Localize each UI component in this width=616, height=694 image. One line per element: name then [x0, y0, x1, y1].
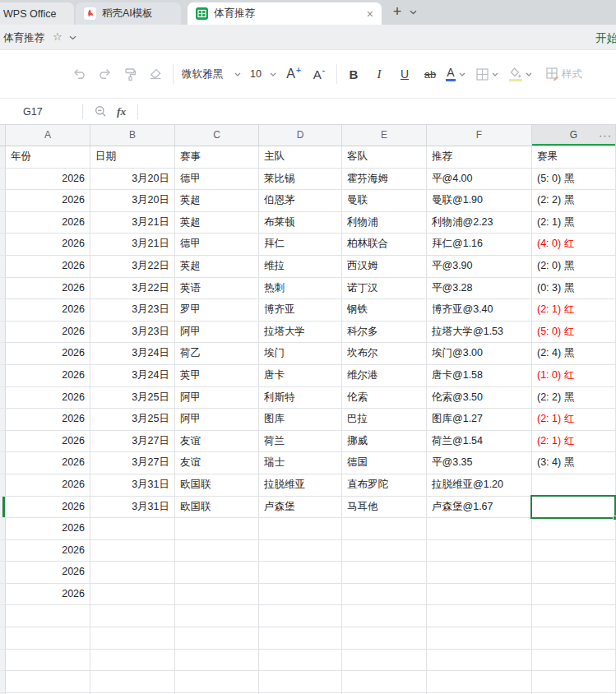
cell[interactable]: 坎布尔: [342, 343, 427, 365]
cell[interactable]: [90, 605, 175, 627]
cell[interactable]: 赛事: [175, 146, 259, 169]
column-header-D[interactable]: D: [259, 125, 342, 146]
cell[interactable]: 2026: [6, 518, 90, 540]
row-header-sliver[interactable]: [0, 584, 6, 606]
cell[interactable]: [532, 650, 616, 672]
cell[interactable]: 3月23日: [90, 299, 175, 322]
cell[interactable]: (2: 4) 黑: [532, 343, 616, 365]
cell[interactable]: 2026: [6, 431, 90, 453]
cell[interactable]: 图库: [259, 409, 342, 431]
cell[interactable]: [259, 605, 342, 627]
cell[interactable]: [259, 671, 342, 693]
cell[interactable]: [90, 562, 175, 584]
cell[interactable]: 日期: [90, 146, 175, 169]
cell[interactable]: 欧国联: [175, 497, 259, 519]
cell[interactable]: 荷乙: [175, 343, 259, 365]
column-header-E[interactable]: E: [342, 125, 427, 146]
cell[interactable]: 2026: [6, 562, 90, 584]
cell[interactable]: [6, 605, 90, 627]
cell[interactable]: 2026: [6, 409, 90, 431]
column-header-A[interactable]: A: [6, 125, 90, 146]
cell[interactable]: (2: 1) 红: [532, 409, 616, 431]
cell[interactable]: 德甲: [175, 169, 259, 191]
cell[interactable]: 2026: [6, 387, 90, 409]
cell[interactable]: 罗甲: [175, 299, 259, 322]
column-header-B[interactable]: B: [90, 125, 175, 146]
cell[interactable]: 热刺: [259, 278, 342, 300]
cell[interactable]: [342, 650, 427, 672]
fill-color-button[interactable]: [509, 62, 532, 86]
row-header-sliver[interactable]: [0, 452, 6, 474]
cell[interactable]: [6, 650, 90, 672]
cell[interactable]: 拉脱维亚@1.20: [427, 474, 532, 497]
cell[interactable]: [259, 540, 342, 562]
title-menu-chevron-icon[interactable]: [69, 35, 76, 40]
font-color-chevron-icon[interactable]: [459, 72, 465, 76]
cell[interactable]: 莱比锡: [259, 169, 342, 191]
row-header-sliver[interactable]: [0, 234, 6, 256]
cell[interactable]: [175, 605, 259, 627]
cell[interactable]: 友谊: [175, 452, 259, 474]
cell[interactable]: 英语: [175, 278, 259, 300]
cell[interactable]: [427, 627, 532, 650]
cell[interactable]: 2026: [6, 278, 90, 300]
tab-close-icon[interactable]: ×: [367, 8, 373, 20]
cell[interactable]: [342, 518, 427, 540]
cell[interactable]: [532, 584, 616, 606]
cell[interactable]: 平@3.35: [427, 452, 532, 474]
cell[interactable]: [532, 540, 616, 562]
tab-wps-office[interactable]: WPS Office: [0, 2, 74, 25]
cell[interactable]: 柏林联合: [342, 234, 427, 256]
cell[interactable]: 拜仁@1.16: [427, 234, 532, 256]
cell[interactable]: [532, 474, 616, 497]
cell[interactable]: 2026: [6, 256, 90, 278]
cell[interactable]: 3月20日: [90, 169, 175, 191]
cell[interactable]: [427, 518, 532, 540]
cell[interactable]: 钢铁: [342, 299, 427, 322]
cell[interactable]: (1: 0) 红: [532, 365, 616, 387]
cell[interactable]: 维拉: [259, 256, 342, 278]
cell[interactable]: [175, 650, 259, 672]
cell[interactable]: 3月22日: [90, 278, 175, 300]
fill-color-chevron-icon[interactable]: [526, 72, 532, 76]
cell[interactable]: 2026: [6, 584, 90, 606]
row-header-sliver[interactable]: [0, 169, 6, 191]
cell[interactable]: 荷兰: [259, 431, 342, 453]
row-header-sliver[interactable]: [0, 474, 6, 497]
row-header-sliver[interactable]: [0, 146, 6, 169]
cell[interactable]: [175, 584, 259, 606]
row-header-sliver[interactable]: [0, 278, 6, 300]
cell[interactable]: 伦索@3.50: [427, 387, 532, 409]
cell[interactable]: 推荐: [427, 146, 532, 169]
cell[interactable]: 拉塔大学@1.53: [427, 322, 532, 344]
cell[interactable]: [427, 671, 532, 693]
cell[interactable]: [90, 540, 175, 562]
row-header-sliver[interactable]: [0, 518, 6, 540]
cell[interactable]: 唐卡@1.58: [427, 365, 532, 387]
cell[interactable]: 3月20日: [90, 190, 175, 212]
cell[interactable]: 曼联: [342, 190, 427, 212]
cell[interactable]: (5: 0) 红: [532, 322, 616, 344]
row-header-sliver[interactable]: [0, 365, 6, 387]
cell[interactable]: 3月27日: [90, 452, 175, 474]
cell[interactable]: 直布罗陀: [342, 474, 427, 497]
cell[interactable]: 利斯特: [259, 387, 342, 409]
cell[interactable]: 阿甲: [175, 387, 259, 409]
cell[interactable]: 拉塔大学: [259, 322, 342, 344]
zoom-search-icon[interactable]: [95, 105, 107, 118]
cell[interactable]: 荷兰@1.54: [427, 431, 532, 453]
cell[interactable]: [90, 518, 175, 540]
cell[interactable]: 瑞士: [259, 452, 342, 474]
more-columns-button[interactable]: ···: [599, 125, 612, 146]
table-style-button[interactable]: 样式: [546, 62, 582, 86]
cell[interactable]: [90, 671, 175, 693]
borders-button[interactable]: [476, 62, 498, 86]
italic-button[interactable]: I: [369, 62, 389, 86]
insert-function-button[interactable]: fx: [117, 105, 126, 118]
row-header-sliver[interactable]: [0, 497, 6, 519]
cell[interactable]: [427, 650, 532, 672]
cell[interactable]: [175, 671, 259, 693]
cell[interactable]: [532, 671, 616, 693]
cell[interactable]: [342, 671, 427, 693]
cell[interactable]: 2026: [6, 190, 90, 212]
